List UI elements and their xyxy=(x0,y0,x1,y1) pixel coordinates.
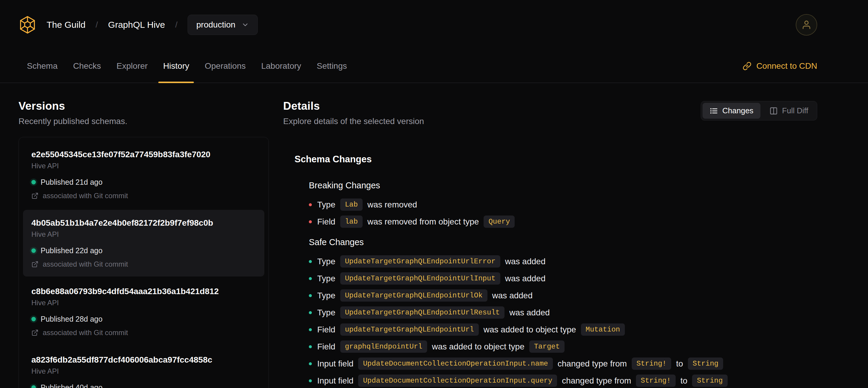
change-text: Field xyxy=(317,217,335,227)
change-list: TypeLabwas removedFieldlabwas removed fr… xyxy=(309,199,817,228)
git-commit-link[interactable]: associated with Git commit xyxy=(31,328,256,337)
user-icon xyxy=(801,20,811,30)
version-service: Hive API xyxy=(31,161,256,170)
git-commit-link[interactable]: associated with Git commit xyxy=(31,260,256,269)
change-item: Input fieldUpdateDocumentCollectionOpera… xyxy=(309,375,817,387)
external-link-icon xyxy=(31,261,38,268)
change-item: TypeUpdateTargetGraphQLEndpointUrlErrorw… xyxy=(309,255,817,268)
list-icon xyxy=(710,107,718,115)
code-badge: UpdateTargetGraphQLEndpointUrlResult xyxy=(340,306,504,319)
change-text: Input field xyxy=(317,359,353,368)
published-dot-icon xyxy=(31,317,36,321)
tab-laboratory[interactable]: Laboratory xyxy=(253,50,309,83)
change-section-title: Safe Changes xyxy=(309,237,817,247)
breadcrumb-project[interactable]: GraphQL Hive xyxy=(108,20,165,30)
version-hash: e2e55045345ce13fe07f52a77459b83fa3fe7020 xyxy=(31,149,256,160)
versions-panel: Versions Recently published schemas. e2e… xyxy=(19,100,269,388)
published-text: Published 22d ago xyxy=(41,246,102,255)
severity-bullet-icon xyxy=(309,328,312,331)
version-item[interactable]: e2e55045345ce13fe07f52a77459b83fa3fe7020… xyxy=(23,141,265,208)
user-avatar[interactable] xyxy=(796,14,817,36)
breadcrumb-org[interactable]: The Guild xyxy=(46,20,86,30)
code-badge: updateTargetGraphQLEndpointUrl xyxy=(340,323,479,336)
changes-view-button[interactable]: Changes xyxy=(703,103,761,119)
tab-operations[interactable]: Operations xyxy=(197,50,253,83)
version-service: Hive API xyxy=(31,230,256,239)
version-status: Published 40d ago xyxy=(31,383,256,388)
severity-bullet-icon xyxy=(309,362,312,365)
published-text: Published 21d ago xyxy=(41,178,102,186)
change-item: TypeUpdateTargetGraphQLEndpointUrlInputw… xyxy=(309,272,817,285)
change-text: to xyxy=(676,359,683,368)
code-badge: Query xyxy=(484,215,515,228)
code-badge: graphqlEndpointUrl xyxy=(340,340,427,353)
connect-cdn-link[interactable]: Connect to CDN xyxy=(743,61,817,71)
code-badge: Target xyxy=(529,340,564,353)
details-header: Details Explore details of the selected … xyxy=(283,100,817,126)
version-item[interactable]: 4b05ab51b1b4a7e2e4b0ef82172f2b9f7ef98c0b… xyxy=(23,210,265,276)
change-list: TypeUpdateTargetGraphQLEndpointUrlErrorw… xyxy=(309,255,817,387)
version-status: Published 22d ago xyxy=(31,246,256,255)
hive-hexagon-icon xyxy=(19,16,36,34)
severity-bullet-icon xyxy=(309,260,312,263)
change-text: was added xyxy=(505,257,546,266)
code-badge: UpdateDocumentCollectionOperationInput.n… xyxy=(358,358,553,370)
code-badge: UpdateTargetGraphQLEndpointUrlInput xyxy=(340,272,500,285)
code-badge: String! xyxy=(632,358,672,370)
git-commit-text: associated with Git commit xyxy=(43,328,128,337)
versions-title: Versions xyxy=(19,100,269,112)
chevron-down-icon xyxy=(241,21,249,29)
code-badge: Lab xyxy=(340,199,363,211)
code-badge: UpdateTargetGraphQLEndpointUrlError xyxy=(340,255,500,268)
version-status: Published 21d ago xyxy=(31,178,256,186)
link-icon xyxy=(743,62,751,70)
change-text: Field xyxy=(317,325,335,334)
change-item: TypeUpdateTargetGraphQLEndpointUrlOkwas … xyxy=(309,289,817,302)
change-text: changed type from xyxy=(558,359,627,368)
breadcrumb-separator: / xyxy=(96,20,98,30)
change-text: to xyxy=(680,376,687,386)
environment-label: production xyxy=(196,20,236,30)
tab-explorer[interactable]: Explorer xyxy=(109,50,155,83)
published-text: Published 28d ago xyxy=(41,315,102,323)
details-subtitle: Explore details of the selected version xyxy=(283,117,424,126)
version-item[interactable]: c8b6e88a06793b9c4dfd54aaa21b36a1b421d812… xyxy=(23,278,265,345)
change-text: Field xyxy=(317,342,335,352)
full-diff-view-button[interactable]: Full Diff xyxy=(762,103,815,119)
version-service: Hive API xyxy=(31,367,256,376)
hive-logo[interactable] xyxy=(19,16,36,34)
version-hash: 4b05ab51b1b4a7e2e4b0ef82172f2b9f7ef98c0b xyxy=(31,218,256,228)
change-text: Type xyxy=(317,200,335,210)
code-badge: UpdateDocumentCollectionOperationInput.q… xyxy=(358,375,557,387)
change-item: Input fieldUpdateDocumentCollectionOpera… xyxy=(309,358,817,370)
change-item: FieldupdateTargetGraphQLEndpointUrlwas a… xyxy=(309,323,817,336)
nav-tabs: SchemaChecksExplorerHistoryOperationsLab… xyxy=(19,50,355,83)
git-commit-text: associated with Git commit xyxy=(43,191,128,200)
change-text: was added xyxy=(505,274,546,283)
git-commit-link[interactable]: associated with Git commit xyxy=(31,191,256,200)
tab-schema[interactable]: Schema xyxy=(19,50,65,83)
change-section-safe: Safe ChangesTypeUpdateTargetGraphQLEndpo… xyxy=(309,237,817,387)
code-badge: String! xyxy=(636,375,676,387)
code-badge: String xyxy=(692,375,727,387)
environment-selector[interactable]: production xyxy=(188,14,258,35)
change-item: FieldgraphqlEndpointUrlwas added to obje… xyxy=(309,340,817,353)
versions-subtitle: Recently published schemas. xyxy=(19,117,269,126)
tab-checks[interactable]: Checks xyxy=(65,50,109,83)
published-dot-icon xyxy=(31,385,36,388)
breadcrumb-separator: / xyxy=(175,20,178,30)
tab-history[interactable]: History xyxy=(155,50,197,83)
version-item[interactable]: a823f6db2a55df877dcf406006abca97fcc4858c… xyxy=(23,347,265,388)
change-text: was added to object type xyxy=(484,325,576,334)
change-text: Type xyxy=(317,308,335,318)
change-item: TypeUpdateTargetGraphQLEndpointUrlResult… xyxy=(309,306,817,319)
full-diff-view-label: Full Diff xyxy=(782,106,808,115)
change-text: Type xyxy=(317,291,335,300)
main-content: Versions Recently published schemas. e2e… xyxy=(0,83,868,388)
change-section-title: Breaking Changes xyxy=(309,180,817,191)
code-badge: String xyxy=(688,358,723,370)
published-dot-icon xyxy=(31,248,36,253)
severity-bullet-icon xyxy=(309,220,312,223)
version-hash: c8b6e88a06793b9c4dfd54aaa21b36a1b421d812 xyxy=(31,286,256,297)
tab-settings[interactable]: Settings xyxy=(309,50,354,83)
